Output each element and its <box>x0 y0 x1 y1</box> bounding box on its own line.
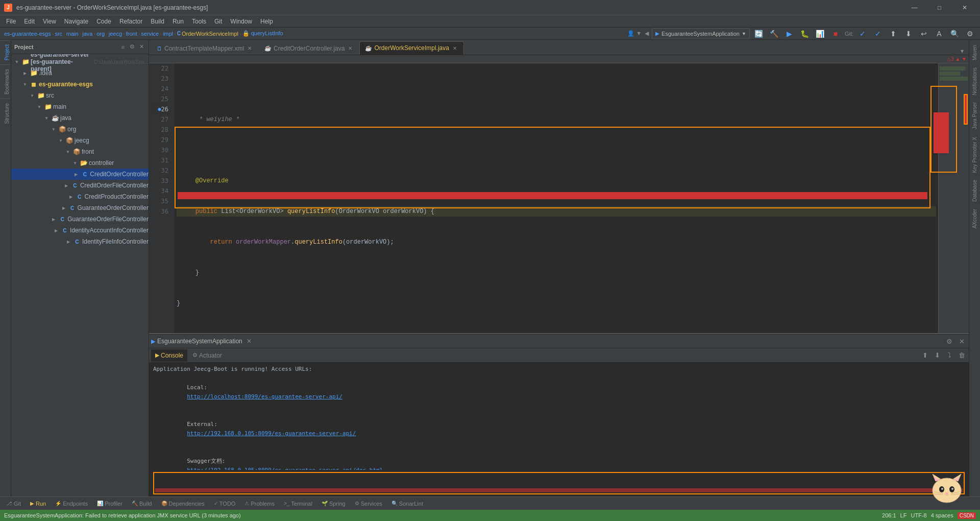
bottom-scroll-up[interactable]: ⬆ <box>920 350 930 361</box>
tab-close-owsi[interactable]: ✕ <box>451 44 458 52</box>
breadcrumb-org[interactable]: org <box>96 31 105 37</box>
git-commit[interactable]: ✓ <box>872 28 884 40</box>
database-label[interactable]: Database <box>971 177 978 205</box>
menu-edit[interactable]: Edit <box>20 17 39 26</box>
tree-item-root[interactable]: ▼ 📁 es-guarantee-server [es-guarantee-pa… <box>11 56 149 67</box>
tab-actuator[interactable]: ⚙ Actuator <box>188 349 226 362</box>
tree-item-guarantee-order-ctrl[interactable]: ▶ C GuaranteeOrderController <box>11 202 149 214</box>
maven-label[interactable]: Maven <box>971 42 978 63</box>
nav-spring[interactable]: 🌱 Spring <box>317 498 350 509</box>
undo-button[interactable]: ↩ <box>918 28 930 40</box>
tree-item-module[interactable]: ▼ ◼ es-guarantee-esgs <box>11 79 149 90</box>
tree-item-identity-file-ctrl[interactable]: ▶ C IdentityFileInfoController <box>11 236 149 247</box>
tree-item-org[interactable]: ▼ 📦 org <box>11 124 149 135</box>
tab-close-coc[interactable]: ✕ <box>347 45 354 52</box>
status-position[interactable]: 206:1 <box>882 512 896 518</box>
tab-credit-order-controller[interactable]: ☕ CreditOrderController.java ✕ <box>259 41 359 55</box>
sidebar-collapse-all[interactable]: ≡ <box>119 43 127 51</box>
stop-button[interactable]: ■ <box>829 28 842 40</box>
breadcrumb-src[interactable]: src <box>55 31 62 37</box>
bottom-wrap-text[interactable]: ⤵ <box>944 350 954 361</box>
notifications-label[interactable]: Notifications <box>971 64 978 98</box>
nav-git[interactable]: ⎇ Git <box>2 498 25 509</box>
tab-contract-template-mapper[interactable]: 🗒 ContractTemplateMapper.xml ✕ <box>151 41 259 55</box>
swagger-url-link[interactable]: http://192.168.0.105:8099/es-guarantee-s… <box>187 467 383 470</box>
bottom-close-panel[interactable]: ✕ <box>957 336 967 346</box>
sync-button[interactable]: 🔄 <box>753 28 765 40</box>
sidebar-settings[interactable]: ⚙ <box>128 43 136 51</box>
tree-item-credit-order-file-ctrl[interactable]: ▶ C CreditOrderFileController <box>11 180 149 191</box>
debug-button[interactable]: 🐛 <box>799 28 811 40</box>
back-button[interactable]: ◀ <box>645 30 649 37</box>
tree-item-java[interactable]: ▼ ☕ java <box>11 112 149 124</box>
tree-item-credit-order-ctrl[interactable]: ▶ C CreditOrderController <box>11 169 149 180</box>
status-lf[interactable]: LF <box>900 512 907 518</box>
nav-terminal[interactable]: >_ Terminal <box>280 498 316 509</box>
nav-services[interactable]: ⚙ Services <box>351 498 386 509</box>
git-check[interactable]: ✓ <box>856 28 869 40</box>
run-button[interactable]: ▶ <box>783 28 796 40</box>
maximize-button[interactable]: □ <box>928 2 951 13</box>
nav-profiler[interactable]: 📊 Profiler <box>93 498 127 509</box>
sidebar-close[interactable]: ✕ <box>137 43 145 51</box>
java-parser-label[interactable]: Java Parser <box>971 99 978 132</box>
vcs-button[interactable]: 👤 ▼ <box>627 30 642 37</box>
code-content[interactable]: * weiyihe * @Override public List < Orde… <box>175 63 938 333</box>
nav-dependencies[interactable]: 📦 Dependencies <box>157 498 209 509</box>
structure-label[interactable]: Structure <box>0 99 11 128</box>
nav-build[interactable]: 🔨 Build <box>128 498 156 509</box>
search-button[interactable]: 🔍 <box>948 28 961 40</box>
tree-item-identity-account-ctrl[interactable]: ▶ C IdentityAccountInfoController <box>11 225 149 236</box>
bookmarks-label[interactable]: Bookmarks <box>0 64 11 99</box>
menu-file[interactable]: File <box>2 17 20 26</box>
tab-close-ctm[interactable]: ✕ <box>246 45 253 52</box>
breadcrumb-main[interactable]: main <box>66 31 79 37</box>
settings-button[interactable]: ⚙ <box>964 28 976 40</box>
build-button[interactable]: 🔨 <box>768 28 780 40</box>
tree-item-credit-product-ctrl[interactable]: ▶ C CreditProductController <box>11 191 149 202</box>
menu-help[interactable]: Help <box>256 17 277 26</box>
tree-item-guarantee-order-file-ctrl[interactable]: ▶ C GuaranteeOrderFileController <box>11 214 149 225</box>
nav-sonarlint[interactable]: 🔍 SonarLint <box>387 498 427 509</box>
status-indent[interactable]: 4 spaces <box>931 512 953 518</box>
tree-item-main[interactable]: ▼ 📁 main <box>11 101 149 112</box>
menu-window[interactable]: Window <box>226 17 256 26</box>
breadcrumb-java[interactable]: java <box>82 31 92 37</box>
nav-todo[interactable]: ✓ TODO <box>210 498 240 509</box>
nav-endpoints[interactable]: ⚡ Endpoints <box>51 498 92 509</box>
bottom-scroll-down[interactable]: ⬇ <box>932 350 942 361</box>
menu-tools[interactable]: Tools <box>188 17 210 26</box>
nav-run[interactable]: ▶ Run <box>26 498 50 509</box>
tree-item-jeecg[interactable]: ▼ 📦 jeecg <box>11 135 149 146</box>
git-push[interactable]: ⬆ <box>887 28 899 40</box>
tab-order-work-service-impl[interactable]: ☕ OrderWorkServiceImpl.java ✕ <box>359 41 463 55</box>
bottom-clear-console[interactable]: 🗑 <box>957 350 967 361</box>
breadcrumb-esgs[interactable]: es-guarantee-esgs <box>4 31 51 37</box>
breadcrumb-service[interactable]: service <box>141 31 159 37</box>
run-close[interactable]: ✕ <box>247 338 252 345</box>
run-config-selector[interactable]: ▶ EsguaranteeSystemApplication ▼ <box>652 28 750 39</box>
menu-navigate[interactable]: Navigate <box>60 17 92 26</box>
breadcrumb-jeecg[interactable]: jeecg <box>109 31 122 37</box>
key-promoter-label[interactable]: Key Promoter X <box>971 134 978 176</box>
menu-git[interactable]: Git <box>210 17 226 26</box>
menu-run[interactable]: Run <box>168 17 188 26</box>
tree-item-front[interactable]: ▼ 📦 front <box>11 146 149 157</box>
tree-item-controller[interactable]: ▼ 📂 controller <box>11 157 149 169</box>
translate-button[interactable]: A <box>933 28 945 40</box>
menu-build[interactable]: Build <box>146 17 168 26</box>
bottom-settings-button[interactable]: ⚙ <box>944 336 954 346</box>
breadcrumb-method[interactable]: 🔒 queryListInfo <box>242 30 283 37</box>
local-url-link[interactable]: http://localhost:8099/es-guarantee-serve… <box>187 393 342 400</box>
menu-refactor[interactable]: Refactor <box>115 17 146 26</box>
run-with-coverage[interactable]: 📊 <box>814 28 826 40</box>
external-url-link[interactable]: http://192.168.0.105:8099/es-guarantee-s… <box>187 430 356 437</box>
menu-view[interactable]: View <box>39 17 60 26</box>
breadcrumb-class[interactable]: C OrderWorkServiceImpl <box>177 31 238 37</box>
breadcrumb-impl[interactable]: impl <box>163 31 173 37</box>
breadcrumb-front[interactable]: front <box>126 31 137 37</box>
close-button[interactable]: ✕ <box>953 2 976 13</box>
status-encoding[interactable]: UTF-8 <box>911 512 926 518</box>
minimize-button[interactable]: — <box>903 2 926 13</box>
tab-console[interactable]: ▶ Console <box>151 349 187 362</box>
